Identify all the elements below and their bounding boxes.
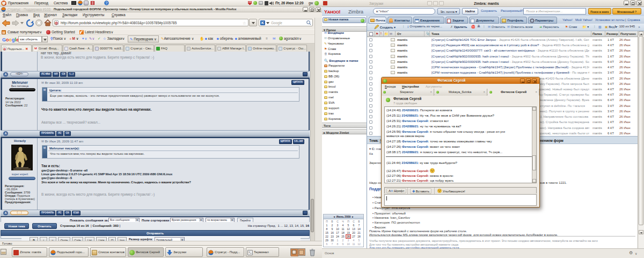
svg-text:?: ? [106,1,108,5]
